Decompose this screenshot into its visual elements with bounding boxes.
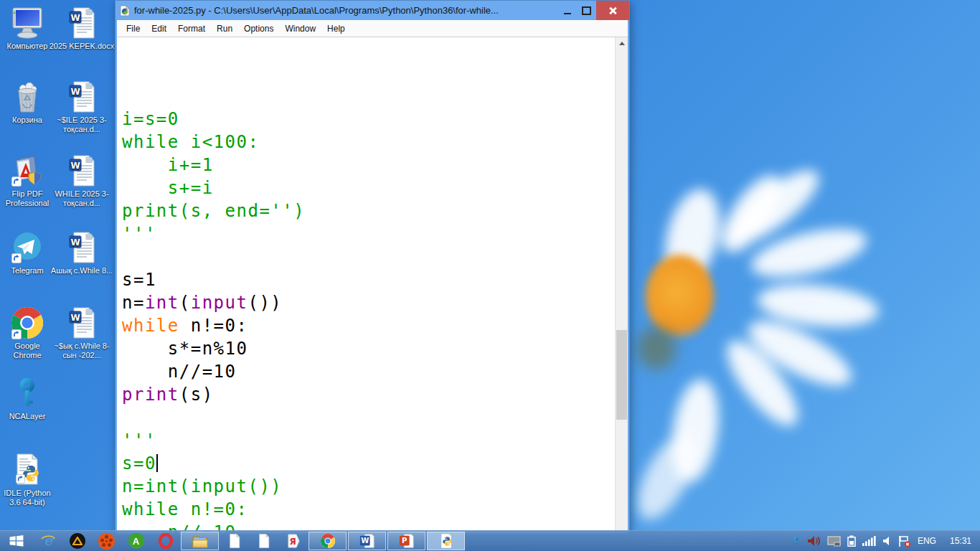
taskbar-green-a-app[interactable]: A [121,531,151,551]
menu-item-window[interactable]: Window [279,22,321,36]
vertical-scrollbar[interactable] [615,37,628,533]
taskbar-film-reel-app[interactable] [92,531,121,551]
display-tray-icon[interactable] [827,536,841,547]
desktop-icon-telegram[interactable]: Telegram [0,230,55,276]
computer-icon [0,6,55,40]
code-line: s*=n%10 [122,337,615,360]
desktop-icon-google-chrome[interactable]: Google Chrome [0,306,55,360]
start-button[interactable] [0,531,33,551]
code-area[interactable]: i=s=0while i<100: i+=1 s+=iprint(s, end=… [117,37,615,533]
icon-label: Telegram [0,266,55,276]
code-line: ''' [122,222,615,245]
taskbar-dark-circle-app[interactable] [62,531,92,551]
taskbar-python-idle[interactable] [427,532,465,550]
desktop-icon-while-doc[interactable]: WHILE 2025 3-тоқсан.d... [47,154,116,208]
menu-item-file[interactable]: File [121,22,146,36]
document-icon [258,533,270,549]
menu-item-format[interactable]: Format [172,22,211,36]
taskbar-word[interactable]: W [348,532,386,550]
taskbar-internet-explorer[interactable]: e [33,531,62,551]
taskbar: e A Я [0,530,980,551]
code-line: ''' [122,429,615,452]
code-line: n=int(input()) [122,291,615,314]
system-tray: ENG 15:31 [791,535,980,547]
icon-label: Компьютер [0,42,55,51]
file-explorer-icon [192,532,209,550]
icon-label: ~$ILE 2025 3-тоқсан.d... [47,116,116,134]
ncalayer-key-icon [0,376,55,410]
code-line: s+=i [122,176,615,199]
word-doc-icon [47,154,116,188]
icon-label: Ашық c.While 8... [47,266,116,276]
desktop-icon-syq-doc[interactable]: ~$ық c.While 8-сын -202... [47,306,116,360]
flip-pdf-icon [0,154,55,188]
icon-label: Корзина [0,116,55,125]
title-bar[interactable]: for-while-2025.py - C:\Users\User\AppDat… [116,1,629,20]
language-indicator[interactable]: ENG [918,536,936,546]
menu-item-options[interactable]: Options [238,22,279,36]
signal-bars-icon[interactable] [862,536,876,546]
desktop-icon-sile-doc[interactable]: ~$ILE 2025 3-тоқсан.d... [47,80,116,134]
taskbar-powerpoint[interactable]: P [387,532,425,550]
dark-circle-app-icon [70,533,85,549]
document-icon [228,533,241,549]
code-line: while n!=0: [122,314,615,337]
icon-label: NCALayer [0,412,55,421]
chrome-icon [320,533,336,549]
taskbar-opera[interactable] [151,531,180,551]
clock[interactable]: 15:31 [950,536,971,546]
menu-item-edit[interactable]: Edit [146,22,172,36]
word-doc-icon [47,6,116,40]
menu-item-help[interactable]: Help [321,22,351,36]
idle-editor-window: for-while-2025.py - C:\Users\User\AppDat… [115,0,630,535]
minimize-button[interactable] [557,1,577,20]
desktop-icon-computer[interactable]: Компьютер [0,6,55,51]
maximize-button[interactable] [577,1,596,20]
taskbar-yandex-browser[interactable]: Я [278,531,308,551]
volume-red-icon[interactable] [807,535,821,547]
powerpoint-icon: P [399,533,415,549]
taskbar-file-explorer[interactable] [181,532,219,550]
chrome-icon [0,306,55,340]
menu-item-run[interactable]: Run [211,22,238,36]
flower-shadow [637,326,677,369]
menu-bar: FileEditFormatRunOptionsWindowHelp [117,20,628,37]
code-line: s=0 [122,452,615,475]
code-line [122,39,615,62]
idle-file-icon [119,5,131,17]
code-line: n//=10 [122,360,615,383]
desktop-icon-recycle-bin[interactable]: Корзина [0,80,55,125]
code-line [122,85,615,108]
flower-center [646,255,714,337]
speaker-tray-icon[interactable] [882,536,892,546]
code-line [122,406,615,429]
desktop-icon-2025-kepek[interactable]: 2025 KEPEK.docx [47,6,116,51]
svg-text:W: W [361,537,369,545]
scrollbar-thumb[interactable] [616,330,627,420]
icon-label: WHILE 2025 3-тоқсан.d... [47,189,116,208]
key-tray-icon[interactable] [791,535,801,547]
svg-text:e: e [44,532,53,548]
icon-label: Google Chrome [0,342,55,360]
desktop-icon-flip-pdf[interactable]: Flip PDF Professional [0,154,55,208]
taskbar-document-app-1[interactable] [220,531,249,551]
code-line: i+=1 [122,154,615,176]
text-cursor [156,454,158,472]
code-line: while i<100: [122,131,615,154]
taskbar-document-app-2[interactable] [249,531,278,551]
action-center-flag-icon[interactable] [898,535,911,547]
code-line: print(s, end='') [122,199,615,222]
yandex-icon: Я [286,533,301,549]
film-reel-icon [98,533,115,550]
desktop-icon-ashyq-doc[interactable]: Ашық c.While 8... [47,230,116,276]
word-doc-icon [47,80,116,114]
taskbar-chrome[interactable] [308,532,347,550]
scroll-up-arrow-icon[interactable] [616,37,628,49]
word-doc-icon [47,306,116,340]
desktop-icon-ncalayer[interactable]: NCALayer [0,376,55,421]
battery-tray-icon[interactable] [847,535,856,547]
close-button[interactable] [596,1,629,20]
code-line: i=s=0 [122,108,615,131]
telegram-icon [0,230,55,265]
desktop-icon-idle-python[interactable]: IDLE (Python 3.6 64-bit) [0,453,55,507]
